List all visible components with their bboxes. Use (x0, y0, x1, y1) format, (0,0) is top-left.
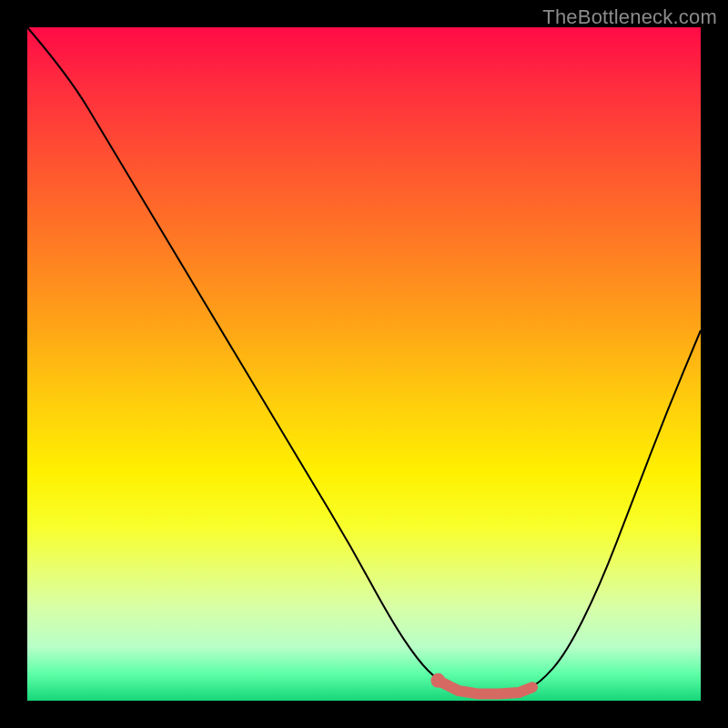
optimal-region-start-dot (430, 673, 445, 688)
chart-frame: TheBottleneck.com (0, 0, 728, 728)
plot-area (27, 27, 701, 701)
bottleneck-curve (27, 27, 701, 694)
curve-svg (27, 27, 701, 701)
watermark-text: TheBottleneck.com (542, 5, 717, 29)
optimal-region-highlight (438, 681, 532, 694)
